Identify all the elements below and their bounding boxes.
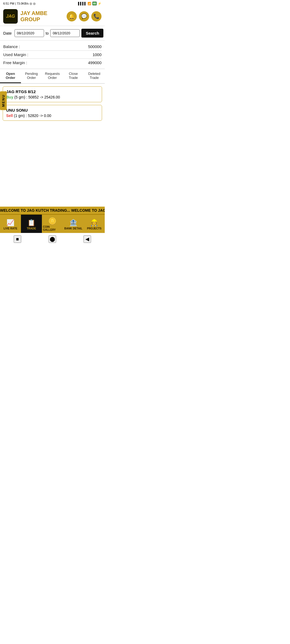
tab-deleted-trade[interactable]: DeletedTrade <box>84 69 105 83</box>
date-filter-row: Date to Search <box>0 26 105 41</box>
trade-info: (1 gm) : 52820 -> 0.00 <box>14 114 51 118</box>
marquee-text: WELCOME TO JAG KUTCH TRADING... WELCOME … <box>0 208 105 213</box>
balance-value: 500000 <box>88 44 102 49</box>
sys-back-button[interactable]: ◀ <box>84 235 91 243</box>
trade-type-sell: Sell <box>6 114 13 118</box>
bank-detail-label: BANK DETAIL <box>64 227 82 230</box>
app-header: JAG JAY AMBE GROUP 🔔 💬 📞 <box>0 7 105 26</box>
free-margin-value: 499000 <box>88 60 102 65</box>
search-button[interactable]: Search <box>81 29 103 38</box>
signal-icon: ▌▌▌▌ <box>78 2 86 5</box>
balance-row: Balance : 500000 <box>3 43 102 51</box>
trade-type-buy: Buy <box>6 95 13 99</box>
battery-icon: 65 <box>92 2 97 5</box>
nav-trade[interactable]: 📋 TRADE <box>21 215 42 233</box>
notification-button[interactable]: 🔔 <box>67 11 77 21</box>
trade-detail: Buy (5 gm) : 50852 -> 25426.00 <box>6 95 99 99</box>
coin-gallery-icon: 🪙 <box>48 217 56 225</box>
nav-projects[interactable]: 👷 PROJECTS <box>84 215 105 233</box>
whatsapp-button[interactable]: 💬 <box>79 11 89 21</box>
trade-card[interactable]: JAG RTGS 8/12 Buy (5 gm) : 50852 -> 2542… <box>3 86 102 102</box>
trade-label: TRADE <box>27 227 36 230</box>
used-margin-row: Used Margin : 1000 <box>3 51 102 59</box>
to-date-input[interactable] <box>50 29 80 37</box>
app-logo: JAG <box>3 9 18 24</box>
projects-label: PROJECTS <box>87 227 102 230</box>
tab-open-order[interactable]: OpenOrder <box>0 69 21 83</box>
app-title: JAY AMBE GROUP <box>20 10 67 23</box>
marquee-banner: WELCOME TO JAG KUTCH TRADING... WELCOME … <box>0 207 105 214</box>
to-label: to <box>46 31 49 35</box>
live-rate-icon: 📈 <box>6 219 15 226</box>
balance-section: Balance : 500000 Used Margin : 1000 Free… <box>0 41 105 69</box>
nav-bank-detail[interactable]: 🏦 BANK DETAIL <box>63 215 84 233</box>
free-margin-row: Free Margin : 499000 <box>3 59 102 67</box>
bank-detail-icon: 🏦 <box>69 219 77 226</box>
trade-info: (5 gm) : 50852 -> 25426.00 <box>14 95 60 99</box>
phone-button[interactable]: 📞 <box>91 11 102 21</box>
free-margin-label: Free Margin : <box>3 60 27 65</box>
date-label: Date <box>3 31 12 35</box>
sys-circle-button[interactable]: ⬤ <box>49 235 56 243</box>
trade-title: JAG RTGS 8/12 <box>6 89 99 94</box>
projects-icon: 👷 <box>90 219 98 226</box>
bottom-nav: 📈 LIVE RATE 📋 TRADE 🪙 COIN GALLERY 🏦 BAN… <box>0 214 105 233</box>
menu-tab[interactable]: MENU <box>0 91 7 110</box>
from-date-input[interactable] <box>15 29 44 37</box>
tab-requests-order[interactable]: RequestsOrder <box>42 69 63 83</box>
trade-card[interactable]: UNU SONU Sell (1 gm) : 52820 -> 0.00 <box>3 105 102 121</box>
charging-icon: ⚡ <box>98 2 102 5</box>
order-tabs: OpenOrder PendingOrder RequestsOrder Clo… <box>0 69 105 84</box>
balance-label: Balance : <box>3 44 20 49</box>
status-bar: 6:51 PM | 73.0KB/s ◎ ◎ ▌▌▌▌ 📶 65 ⚡ <box>0 0 105 7</box>
status-icons: ▌▌▌▌ 📶 65 ⚡ <box>78 2 102 5</box>
live-rate-label: LIVE RATE <box>3 227 17 230</box>
nav-coin-gallery[interactable]: 🪙 COIN GALLERY <box>42 215 63 233</box>
status-time-speed: 6:51 PM | 73.0KB/s ◎ ◎ <box>3 2 36 5</box>
system-nav-bar: ■ ⬤ ◀ <box>0 233 105 246</box>
logo-text: JAG <box>6 14 15 19</box>
wifi-icon: 📶 <box>88 2 91 5</box>
tab-pending-order[interactable]: PendingOrder <box>21 69 42 83</box>
sys-square-button[interactable]: ■ <box>14 235 21 243</box>
coin-gallery-label: COIN GALLERY <box>43 225 62 231</box>
content-spacer <box>0 126 105 207</box>
trade-detail: Sell (1 gm) : 52820 -> 0.00 <box>6 114 99 118</box>
trade-icon: 📋 <box>27 219 35 226</box>
trade-list: JAG RTGS 8/12 Buy (5 gm) : 50852 -> 2542… <box>0 84 105 126</box>
used-margin-label: Used Margin : <box>3 52 28 57</box>
header-action-icons: 🔔 💬 📞 <box>67 11 102 21</box>
tab-close-trade[interactable]: CloseTrade <box>63 69 84 83</box>
trade-title: UNU SONU <box>6 108 99 112</box>
nav-live-rate[interactable]: 📈 LIVE RATE <box>0 215 21 233</box>
used-margin-value: 1000 <box>93 52 102 57</box>
